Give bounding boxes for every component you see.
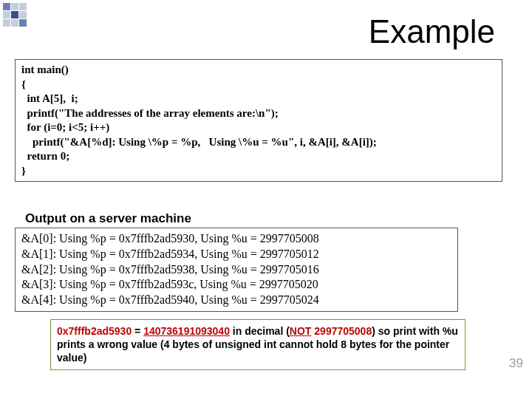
code-line: printf("&A[%d]: Using \%p = %p, Using \%…: [21, 135, 496, 150]
note-decimal: 140736191093040: [143, 325, 230, 337]
slide-title: Example: [369, 13, 495, 50]
code-box: int main() { int A[5], i; printf("The ad…: [15, 59, 502, 182]
output-box: &A[0]: Using %p = 0x7fffb2ad5930, Using …: [15, 228, 458, 312]
output-line: &A[0]: Using %p = 0x7fffb2ad5930, Using …: [21, 231, 451, 247]
output-line: &A[1]: Using %p = 0x7fffb2ad5934, Using …: [21, 247, 451, 262]
code-line: return 0;: [21, 149, 496, 164]
note-text: in decimal (: [230, 325, 290, 337]
page-number: 39: [509, 356, 523, 371]
note-hex: 0x7fffb2ad5930: [57, 325, 132, 337]
logo-squares: [3, 3, 27, 27]
note-wrong: 2997705008: [311, 325, 372, 337]
note-box: 0x7fffb2ad5930 = 140736191093040 in deci…: [50, 319, 466, 370]
code-line: }: [21, 164, 496, 179]
code-line: printf("The addresses of the array eleme…: [21, 106, 496, 121]
output-line: &A[4]: Using %p = 0x7fffb2ad5940, Using …: [21, 293, 451, 308]
note-text: =: [132, 325, 143, 337]
code-line: int A[5], i;: [21, 92, 496, 106]
code-line: int main(): [21, 63, 496, 78]
code-line: {: [21, 78, 496, 92]
output-line: &A[3]: Using %p = 0x7fffb2ad593c, Using …: [21, 277, 451, 293]
code-line: for (i=0; i<5; i++): [21, 120, 496, 135]
note-not: NOT: [290, 325, 312, 337]
output-line: &A[2]: Using %p = 0x7fffb2ad5938, Using …: [21, 262, 451, 278]
output-label: Output on a server machine: [25, 211, 191, 226]
